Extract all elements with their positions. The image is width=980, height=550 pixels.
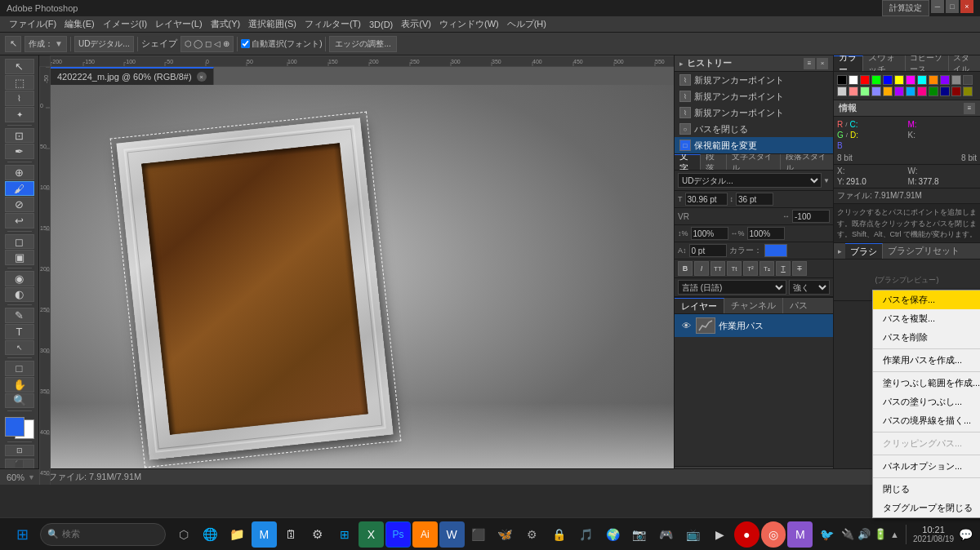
bold-btn[interactable]: B	[678, 261, 693, 276]
taskbar-butterfly[interactable]: 🦋	[492, 521, 518, 548]
taskbar-mail[interactable]: M	[252, 521, 277, 548]
clock[interactable]: 10:21 2021/08/19	[913, 525, 954, 543]
swatch-lightblue[interactable]	[871, 86, 881, 96]
tab-para-style[interactable]: 段落スタイル	[781, 154, 833, 170]
swatch-olive[interactable]	[963, 86, 973, 96]
taskbar-excel[interactable]: X	[359, 521, 384, 548]
ctx-delete-path[interactable]: パスを削除	[873, 328, 980, 347]
taskbar-circle[interactable]: ●	[734, 521, 760, 548]
taskbar-explorer[interactable]: 📁	[225, 521, 250, 548]
italic-btn[interactable]: I	[694, 261, 709, 276]
settings-button[interactable]: 計算設定	[882, 0, 929, 16]
ctx-stroke-path[interactable]: パスの境界線を描く...	[873, 411, 980, 430]
font-size-input[interactable]	[685, 193, 728, 206]
tab-layers[interactable]: レイヤー	[675, 298, 724, 313]
menu-view[interactable]: 表示(V)	[397, 16, 435, 32]
swatch-rose[interactable]	[917, 86, 927, 96]
text-color-swatch[interactable]	[764, 244, 787, 257]
history-panel-menu-btn[interactable]: ≡	[804, 58, 815, 69]
task-view-btn[interactable]: ⬡	[171, 521, 196, 548]
ctx-save-path[interactable]: パスを保存...	[873, 291, 980, 309]
menu-window[interactable]: ウィンドウ(W)	[435, 16, 503, 32]
taskbar-purple-btn[interactable]: M	[787, 521, 813, 548]
tab-brush-preset[interactable]: ブラシプリセット	[883, 243, 964, 259]
eraser-tool[interactable]: ◻	[5, 234, 34, 250]
history-item-4[interactable]: ○ パスを閉じる	[675, 121, 833, 137]
menu-image[interactable]: イメージ(I)	[99, 16, 151, 32]
maximize-button[interactable]: □	[946, 0, 959, 13]
quick-mask-btn[interactable]: ⊡	[5, 445, 34, 456]
notification-btn[interactable]: 💬	[957, 521, 973, 548]
taskbar-music[interactable]: 🎵	[573, 521, 599, 548]
work-path-item[interactable]: 👁 作業用パス	[675, 314, 833, 337]
swatch-lightred[interactable]	[849, 86, 858, 96]
strikethrough-btn[interactable]: T	[792, 261, 807, 276]
baseline-input[interactable]	[689, 244, 727, 257]
quick-select-tool[interactable]: ✦	[5, 107, 34, 122]
swatch-teal[interactable]	[906, 86, 915, 96]
taskbar-bird[interactable]: 🐦	[814, 521, 840, 548]
hand-tool[interactable]: ✋	[5, 377, 34, 393]
history-item-3[interactable]: ⌇ 新規アンカーポイント	[675, 104, 833, 121]
swatch-red[interactable]	[860, 75, 870, 85]
taskbar-globe[interactable]: 🌍	[600, 521, 626, 548]
history-panel-close-btn[interactable]: ×	[817, 58, 828, 69]
adjust-edge-btn[interactable]: エッジの調整...	[329, 36, 396, 52]
swatch-blue[interactable]	[883, 75, 893, 85]
blur-tool[interactable]: ◉	[5, 271, 34, 286]
swatch-magenta[interactable]	[906, 75, 915, 85]
swatch-yellow[interactable]	[894, 75, 904, 85]
swatch-black[interactable]	[837, 75, 847, 85]
auto-select-option[interactable]: 自動選択(フォント)	[241, 38, 323, 50]
swatch-cyan[interactable]	[917, 75, 927, 85]
language-select[interactable]: 言語 (日語)	[678, 280, 786, 295]
info-panel-menu-btn[interactable]: ≡	[964, 103, 975, 114]
history-item-5[interactable]: □ 保視範囲を変更	[675, 137, 833, 153]
tab-char-style[interactable]: 文字スタイル	[727, 154, 780, 170]
tab-char[interactable]: 文字	[675, 154, 701, 170]
tab-style[interactable]: スタイル	[949, 55, 980, 71]
brush-tool[interactable]: 🖌	[5, 181, 34, 197]
taskbar-ps[interactable]: Ps	[385, 521, 411, 548]
foreground-color[interactable]	[5, 417, 34, 439]
tab-swatches[interactable]: スウォッチ	[863, 55, 906, 71]
taskbar-camera[interactable]: 📷	[626, 521, 652, 548]
swatch-purple[interactable]	[940, 75, 950, 85]
swatch-amber[interactable]	[883, 86, 893, 96]
swatch-lightgreen[interactable]	[860, 86, 870, 96]
foreground-blue[interactable]	[5, 417, 24, 437]
tracking-input[interactable]	[792, 210, 830, 223]
swatch-lightgray[interactable]	[837, 86, 847, 96]
scale-h-input[interactable]	[747, 227, 785, 240]
gradient-tool[interactable]: ▣	[5, 250, 34, 265]
tab-channels[interactable]: チャンネル	[724, 298, 783, 313]
taskbar-game[interactable]: 🎮	[653, 521, 679, 548]
tab-color[interactable]: カラー	[834, 55, 863, 71]
taskbar-ai[interactable]: Ai	[412, 521, 438, 548]
ctx-fill-path[interactable]: パスの塗りつぶし...	[873, 393, 980, 411]
menu-select[interactable]: 選択範囲(S)	[244, 16, 301, 32]
swatch-white[interactable]	[849, 75, 858, 85]
menu-type[interactable]: 書式(Y)	[207, 16, 245, 32]
tab-copy-source[interactable]: コピーソース	[906, 55, 949, 71]
super-btn[interactable]: T²	[743, 261, 758, 276]
menu-file[interactable]: ファイル(F)	[5, 16, 60, 32]
menu-3d[interactable]: 3D(D)	[365, 18, 397, 31]
swatch-maroon[interactable]	[951, 86, 961, 96]
font-family-select[interactable]: UDデジタル...	[678, 173, 822, 188]
crop-tool[interactable]: ⊡	[5, 128, 34, 144]
document-tab[interactable]: 4202224_m.jpg @ 60% (RGB/8#) ×	[51, 67, 214, 85]
taskbar-orange[interactable]: ◎	[761, 521, 786, 548]
ctx-panel-options[interactable]: パネルオプション...	[873, 457, 980, 476]
history-item-2[interactable]: ⌇ 新規アンカーポイント	[675, 88, 833, 104]
menu-layer[interactable]: レイヤー(L)	[151, 16, 206, 32]
taskbar-edge[interactable]: 🌐	[198, 521, 223, 548]
tray-network[interactable]: 🔌	[841, 528, 854, 540]
tray-volume[interactable]: 🔊	[858, 528, 871, 540]
close-button[interactable]: ×	[960, 0, 973, 13]
tab-brush-settings[interactable]: ブラシ	[845, 243, 883, 259]
taskbar-lock[interactable]: 🔒	[546, 521, 572, 548]
ctx-clipping-path[interactable]: クリッピングパス...	[873, 434, 980, 453]
dodge-tool[interactable]: ◐	[5, 287, 34, 303]
tray-up-arrow[interactable]: ▲	[890, 530, 899, 539]
